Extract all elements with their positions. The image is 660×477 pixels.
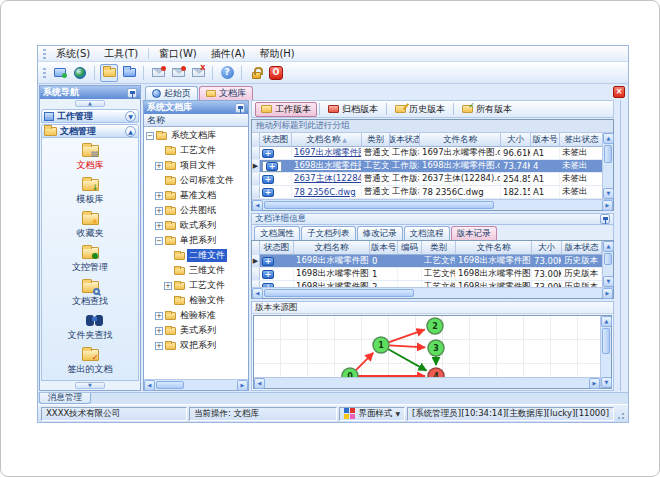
- toolbar-button[interactable]: ?: [218, 64, 236, 82]
- toolbar-button[interactable]: [120, 64, 138, 82]
- detail-tab-版本记录[interactable]: 版本记录: [451, 226, 497, 240]
- scroll-right-icon[interactable]: ▶: [602, 200, 613, 211]
- toolbar-button[interactable]: [247, 64, 265, 82]
- detail-tab-文档流程[interactable]: 文档流程: [404, 226, 450, 240]
- scroll-thumb[interactable]: [604, 145, 612, 163]
- scroll-down-icon[interactable]: ▼: [601, 377, 612, 388]
- detail-tab-文档属性[interactable]: 文档属性: [254, 226, 300, 240]
- graph-vertical-scrollbar[interactable]: ▲ ▼: [600, 316, 611, 388]
- version-node-0[interactable]: 0: [342, 368, 358, 377]
- chevron-down-icon[interactable]: ▼: [125, 111, 136, 122]
- collapse-icon[interactable]: −: [146, 132, 154, 140]
- expand-icon[interactable]: +: [155, 327, 163, 335]
- table-row[interactable]: 1698出水嘴零件图.dwg1工艺文件1698出水嘴零件图.dwg73.00KB…: [252, 268, 602, 281]
- sidebar-item-文档库[interactable]: ▤文档库: [77, 143, 104, 172]
- group-by-hint[interactable]: 拖动列标题到此进行分组: [252, 120, 613, 133]
- scroll-left-icon[interactable]: ◀: [144, 380, 155, 391]
- graph-horizontal-scrollbar[interactable]: ◀ ▶: [254, 377, 600, 388]
- sidebar-item-文件夹查找[interactable]: 文件夹查找: [68, 313, 113, 342]
- table-row[interactable]: 1697出水嘴零件图.dwg普通文档工作版本1697出水嘴零件图.dwg96.6…: [252, 147, 602, 160]
- detail-tab-修改记录[interactable]: 修改记录: [357, 226, 403, 240]
- scroll-left-icon[interactable]: ◀: [254, 378, 265, 389]
- scroll-thumb[interactable]: [264, 289, 414, 297]
- tree-node[interactable]: +项目文件: [144, 158, 248, 173]
- version-node-4[interactable]: 4: [428, 368, 444, 377]
- sidebar-group-document[interactable]: 文档管理▲: [41, 124, 139, 138]
- expand-icon[interactable]: +: [155, 342, 163, 350]
- scroll-right-icon[interactable]: ▶: [237, 380, 248, 391]
- tree-node[interactable]: −系统文档库: [144, 128, 248, 143]
- detail-grid-horizontal-scrollbar[interactable]: ◀ ▶: [252, 287, 613, 298]
- pushpin-icon[interactable]: [127, 88, 137, 98]
- toolbar-button[interactable]: [149, 64, 167, 82]
- resize-grip[interactable]: [616, 411, 625, 420]
- table-row[interactable]: ▶1698出水嘴零件图.dwg0工艺文件1698出水嘴零件图.dwg73.00K…: [252, 255, 602, 268]
- table-row[interactable]: 2637主体(12284).dwg普通文档工作版本2637主体(12284).d…: [252, 173, 602, 186]
- scroll-right-icon[interactable]: ▶: [589, 378, 600, 389]
- column-header-状态图[interactable]: 状态图: [260, 241, 294, 255]
- column-header-版本号[interactable]: 版本号: [531, 133, 560, 147]
- toolbar-button[interactable]: [169, 64, 187, 82]
- tab-起始页[interactable]: 起始页: [145, 86, 198, 100]
- chevron-down-icon[interactable]: ▼: [75, 382, 105, 389]
- chevron-up-icon[interactable]: ▲: [125, 126, 136, 137]
- column-header-版本号[interactable]: 版本号: [370, 241, 398, 255]
- scroll-thumb[interactable]: [602, 328, 610, 354]
- tree-node[interactable]: 检验文件: [144, 293, 248, 308]
- sidebar-item-文控管理[interactable]: ●文控管理: [72, 245, 108, 274]
- menu-item[interactable]: 插件(A): [204, 46, 253, 62]
- column-header-版本状态[interactable]: 版本状态: [562, 241, 602, 255]
- main-grid-horizontal-scrollbar[interactable]: ◀ ▶: [252, 199, 613, 210]
- version-graph-canvas[interactable]: 01234: [254, 316, 600, 377]
- scroll-up-icon[interactable]: ▲: [603, 133, 614, 144]
- tree-node[interactable]: +欧式系列: [144, 218, 248, 233]
- toolbar-grip[interactable]: [43, 68, 46, 78]
- scroll-thumb[interactable]: [264, 201, 494, 209]
- version-node-2[interactable]: 2: [427, 318, 443, 334]
- tree-node[interactable]: +检验标准: [144, 308, 248, 323]
- toolbar-button[interactable]: [71, 64, 89, 82]
- collapse-icon[interactable]: −: [155, 237, 163, 245]
- column-header-类别[interactable]: 类别: [362, 133, 390, 147]
- scroll-left-icon[interactable]: ◀: [252, 288, 263, 299]
- tree-horizontal-scrollbar[interactable]: ◀ ▶: [144, 379, 248, 390]
- scroll-left-icon[interactable]: ◀: [252, 200, 263, 211]
- tree-node[interactable]: 三维文件: [144, 263, 248, 278]
- scroll-thumb[interactable]: [604, 253, 612, 265]
- column-header-编码[interactable]: 编码: [398, 241, 422, 255]
- sidebar-item-签出的文档[interactable]: ✓签出的文档: [68, 347, 113, 376]
- pushpin-icon[interactable]: [600, 214, 610, 224]
- tab-message-management[interactable]: 消息管理: [39, 393, 91, 404]
- tree-node[interactable]: 工艺文件: [144, 143, 248, 158]
- menu-item[interactable]: 工具(T): [97, 46, 145, 62]
- close-icon[interactable]: ×: [613, 86, 625, 98]
- column-header-文档名称[interactable]: 文档名称▲: [292, 133, 362, 147]
- tree-node[interactable]: +公共图纸: [144, 203, 248, 218]
- pushpin-icon[interactable]: [235, 103, 245, 113]
- tree-node[interactable]: +美式系列: [144, 323, 248, 338]
- chevron-up-icon[interactable]: ▲: [75, 100, 105, 107]
- expand-icon[interactable]: +: [155, 192, 163, 200]
- sidebar-group-work[interactable]: 工作管理▼: [41, 109, 139, 123]
- scroll-up-icon[interactable]: ▲: [601, 316, 612, 327]
- menubar-grip[interactable]: [43, 49, 46, 59]
- expand-icon[interactable]: +: [164, 282, 172, 290]
- scroll-up-icon[interactable]: ▲: [603, 241, 614, 252]
- version-button-归档版本[interactable]: 归档版本: [322, 102, 384, 117]
- tree-node[interactable]: +基准文档: [144, 188, 248, 203]
- toolbar-button[interactable]: [189, 64, 207, 82]
- tab-文档库[interactable]: 文档库: [199, 86, 253, 100]
- tree-node[interactable]: +工艺文件: [144, 278, 248, 293]
- column-header-状态图[interactable]: 状态图: [260, 133, 292, 147]
- scroll-down-icon[interactable]: ▼: [603, 188, 614, 199]
- main-grid-vertical-scrollbar[interactable]: ▲ ▼: [602, 133, 613, 199]
- column-header-类别[interactable]: 类别: [422, 241, 456, 255]
- tree-node[interactable]: 公司标准文件: [144, 173, 248, 188]
- tree-node[interactable]: −单把系列: [144, 233, 248, 248]
- expand-icon[interactable]: +: [155, 222, 163, 230]
- column-header-签出状态[interactable]: 签出状态: [560, 133, 602, 147]
- detail-grid-vertical-scrollbar[interactable]: ▲ ▼: [602, 241, 613, 287]
- table-row[interactable]: 78 2356C.dwg普通文档工作版本78 2356C.dwg182.15KB…: [252, 186, 602, 199]
- tree-node[interactable]: 二维文件: [144, 248, 248, 263]
- sidebar-item-收藏夹[interactable]: ★收藏夹: [77, 211, 104, 240]
